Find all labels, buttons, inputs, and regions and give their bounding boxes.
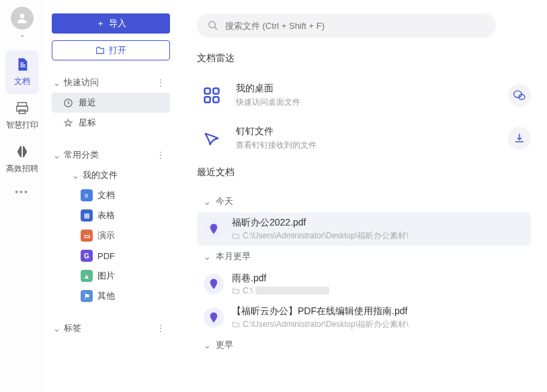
recent-docs-section: 最近文档 ⌄ 今天 福昕办公2022.pdf C:\Users\Administ… (197, 166, 531, 356)
radar-title: 文档雷达 (197, 52, 531, 64)
tags-section: ⌄ 标签 ⋮ (52, 318, 170, 338)
chevron-down-icon: ⌄ (52, 324, 61, 334)
chevron-down-icon: ⌄ (52, 78, 61, 88)
more-icon[interactable]: ⋮ (152, 77, 170, 88)
doc-item[interactable]: 【福昕云办公】PDF在线编辑使用指南.pdf C:\Users\Administ… (197, 301, 531, 334)
rail-item-print[interactable]: 智慧打印 (5, 94, 39, 138)
search-icon (208, 20, 218, 31)
open-label: 打开 (109, 44, 126, 56)
rail-item-hire[interactable]: 高效招聘 (5, 138, 39, 181)
sheet-icon: ⊞ (80, 209, 93, 222)
group-today[interactable]: ⌄ 今天 (197, 191, 531, 212)
quick-access-section: ⌄ 快速访问 ⋮ 最近 星标 (52, 72, 170, 133)
main-content: 文档雷达 我的桌面 快速访问桌面文件 钉钉文件 查看钉钉接收到的文件 最近文档 … (178, 0, 547, 392)
doc-title: 【福昕云办公】PDF在线编辑使用指南.pdf (232, 305, 524, 317)
download-icon (513, 132, 525, 144)
doc-icon: ≡ (80, 189, 93, 201)
chevron-down-icon: ⌄ (202, 340, 212, 350)
section-title: 常用分类 (64, 149, 152, 161)
doc-item[interactable]: 福昕办公2022.pdf C:\Users\Administrator\Desk… (197, 212, 531, 246)
chevron-down-icon: ⌄ (71, 170, 80, 181)
other-icon: ⚑ (80, 290, 93, 302)
avatar[interactable] (11, 7, 34, 30)
building-icon (13, 143, 31, 160)
sidebar-item-other[interactable]: ⚑ 其他 (57, 286, 170, 306)
radar-item-title: 我的桌面 (236, 83, 300, 95)
folder-icon (232, 287, 240, 295)
svg-point-8 (209, 21, 215, 28)
sidebar-item-starred[interactable]: 星标 (52, 113, 170, 133)
sidebar-item-sheet[interactable]: ⊞ 表格 (57, 205, 170, 226)
doc-path-text: C:\ (243, 286, 253, 295)
presentation-icon: ▭ (80, 230, 93, 242)
doc-title: 雨巷.pdf (232, 273, 524, 285)
group-earlier[interactable]: ⌄ 更早 (197, 334, 531, 356)
search-box[interactable] (197, 13, 496, 38)
user-icon (15, 11, 29, 25)
svg-rect-6 (19, 110, 25, 114)
svg-rect-4 (17, 103, 26, 107)
import-label: 导入 (109, 17, 126, 30)
star-icon (61, 118, 75, 128)
sidebar-item-image[interactable]: ▲ 图片 (57, 266, 170, 286)
quick-access-header[interactable]: ⌄ 快速访问 ⋮ (52, 72, 170, 93)
group-label: 更早 (216, 339, 233, 351)
wechat-action-button[interactable] (508, 84, 531, 107)
sidebar-item-pres[interactable]: ▭ 演示 (57, 226, 170, 246)
more-icon[interactable]: ⋮ (152, 150, 170, 160)
sidebar-item-doc[interactable]: ≡ 文档 (57, 185, 170, 205)
pdf-file-icon (204, 274, 224, 294)
svg-rect-11 (205, 97, 210, 102)
item-label: 我的文件 (83, 169, 118, 181)
group-month[interactable]: ⌄ 本月更早 (197, 246, 531, 267)
redacted-path (255, 287, 329, 295)
item-label: PDF (97, 251, 115, 261)
radar-item-dingtalk[interactable]: 钉钉文件 查看钉钉接收到的文件 (197, 119, 531, 157)
printer-icon (13, 99, 31, 117)
rail-label: 高效招聘 (6, 163, 38, 175)
svg-rect-1 (20, 64, 25, 65)
sidebar-item-myfiles[interactable]: ⌄ 我的文件 (57, 165, 170, 185)
doc-path-text: C:\Users\Administrator\Desktop\福昕办公素材\ (243, 319, 409, 330)
folder-icon (232, 320, 240, 328)
doc-path-text: C:\Users\Administrator\Desktop\福昕办公素材\ (243, 230, 409, 242)
sidebar-item-pdf[interactable]: G PDF (57, 246, 170, 266)
rail-item-docs[interactable]: 文档 (5, 50, 39, 94)
item-label: 星标 (79, 117, 96, 129)
folder-icon (232, 232, 240, 240)
rail-more-icon[interactable]: ••• (15, 187, 29, 197)
rail-label: 文档 (14, 76, 30, 87)
svg-rect-2 (20, 66, 25, 67)
tags-header[interactable]: ⌄ 标签 ⋮ (52, 318, 170, 338)
chevron-down-icon: ⌄ (52, 150, 61, 160)
radar-item-sub: 查看钉钉接收到的文件 (236, 140, 317, 151)
categories-header[interactable]: ⌄ 常用分类 ⋮ (52, 145, 170, 165)
open-button[interactable]: 打开 (52, 40, 170, 60)
svg-rect-5 (16, 106, 28, 111)
item-label: 最近 (79, 97, 96, 109)
avatar-chevron-icon[interactable]: ⌄ (19, 31, 25, 38)
radar-item-desktop[interactable]: 我的桌面 快速访问桌面文件 (197, 77, 531, 114)
image-icon: ▲ (80, 270, 93, 282)
radar-item-sub: 快速访问桌面文件 (236, 97, 300, 108)
svg-rect-9 (205, 89, 210, 94)
doc-path: C:\Users\Administrator\Desktop\福昕办公素材\ (232, 319, 524, 330)
sidebar-item-recent[interactable]: 最近 (52, 93, 170, 113)
doc-item[interactable]: 雨巷.pdf C:\ (197, 267, 531, 301)
svg-rect-3 (20, 62, 24, 63)
grid-icon (197, 81, 226, 110)
pdf-file-icon (204, 219, 224, 239)
doc-title: 福昕办公2022.pdf (232, 217, 524, 229)
search-input[interactable] (225, 21, 485, 31)
chevron-down-icon: ⌄ (202, 252, 212, 262)
import-button[interactable]: ＋ 导入 (52, 13, 170, 34)
group-label: 今天 (216, 195, 233, 207)
download-action-button[interactable] (508, 127, 531, 150)
doc-path: C:\Users\Administrator\Desktop\福昕办公素材\ (232, 230, 524, 242)
categories-section: ⌄ 常用分类 ⋮ ⌄ 我的文件 ≡ 文档 ⊞ 表格 ▭ 演示 (52, 145, 170, 306)
plus-icon: ＋ (96, 17, 105, 30)
folder-open-icon (95, 46, 105, 55)
item-label: 其他 (97, 290, 115, 302)
pdf-file-icon (204, 307, 224, 328)
more-icon[interactable]: ⋮ (152, 323, 170, 334)
